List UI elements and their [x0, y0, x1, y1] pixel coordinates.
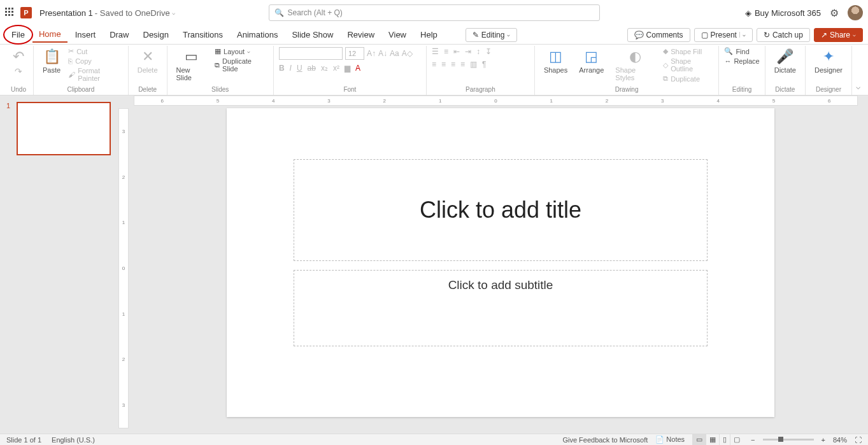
- subscript-icon[interactable]: x₂: [321, 64, 328, 73]
- chevron-down-icon: ⌵: [247, 48, 250, 54]
- group-designer: ✦Designer Designer: [806, 46, 852, 95]
- numbering-icon[interactable]: ≡: [444, 47, 448, 56]
- language[interactable]: English (U.S.): [52, 436, 95, 444]
- replace-button[interactable]: ↔Replace: [724, 57, 759, 65]
- arrange-button[interactable]: ◲Arrange: [575, 47, 608, 75]
- superscript-icon[interactable]: x²: [333, 64, 339, 73]
- bullets-icon[interactable]: ☰: [432, 47, 439, 56]
- tab-home[interactable]: Home: [32, 27, 68, 43]
- notes-icon: 📄: [655, 435, 664, 443]
- font-color-icon[interactable]: A: [355, 64, 360, 73]
- align-right-icon[interactable]: ≡: [451, 60, 455, 69]
- shape-fill-button[interactable]: ◆Shape Fill: [663, 47, 713, 55]
- search-input[interactable]: 🔍 Search (Alt + Q): [269, 4, 600, 21]
- indent-dec-icon[interactable]: ⇤: [453, 47, 460, 56]
- duplicate-slide-button[interactable]: ⧉Duplicate Slide: [215, 57, 268, 73]
- font-family-input[interactable]: [279, 47, 343, 60]
- tab-animations[interactable]: Animations: [231, 27, 284, 42]
- zoom-level[interactable]: 84%: [833, 436, 847, 444]
- tab-design[interactable]: Design: [137, 27, 175, 42]
- slide-canvas[interactable]: Click to add title Click to add subtitle: [227, 108, 774, 417]
- buy-microsoft-button[interactable]: ◈ Buy Microsoft 365: [745, 8, 821, 18]
- duplicate-icon: ⧉: [215, 61, 220, 69]
- change-case-icon[interactable]: Aa: [390, 49, 399, 58]
- catchup-button[interactable]: ↻Catch up: [757, 28, 810, 42]
- rtl-icon[interactable]: ¶: [482, 60, 486, 69]
- decrease-font-icon[interactable]: A↓: [378, 49, 387, 58]
- copy-button[interactable]: ⎘Copy: [68, 57, 123, 65]
- share-button[interactable]: ↗Share⌵: [814, 28, 863, 42]
- paste-icon: 📋: [43, 48, 60, 65]
- collapse-ribbon-icon[interactable]: ⌵: [856, 82, 860, 91]
- slide-thumbnail[interactable]: [17, 102, 111, 155]
- italic-icon[interactable]: I: [290, 64, 292, 73]
- present-button[interactable]: ▢Present⌵: [694, 28, 753, 42]
- line-spacing-icon[interactable]: ↕: [476, 47, 480, 56]
- dictate-button[interactable]: 🎤Dictate: [771, 47, 800, 75]
- indent-inc-icon[interactable]: ⇥: [465, 47, 471, 56]
- fit-icon[interactable]: ⛶: [855, 436, 862, 444]
- shape-outline-button[interactable]: ◇Shape Outline: [663, 57, 713, 73]
- view-buttons: ▭ ▦ ▯ ▢: [692, 434, 743, 445]
- titlebar-right: ◈ Buy Microsoft 365 ⚙: [745, 5, 863, 20]
- zoom-in-icon[interactable]: +: [822, 436, 825, 444]
- pen-icon: ✎: [473, 31, 479, 39]
- slide-number: 1: [6, 102, 10, 155]
- apps-icon[interactable]: [5, 8, 15, 18]
- format-painter-button[interactable]: 🖌Format Painter: [68, 67, 123, 82]
- sorter-view-icon[interactable]: ▦: [706, 434, 719, 445]
- tab-draw[interactable]: Draw: [103, 27, 135, 42]
- settings-icon[interactable]: ⚙: [830, 7, 839, 19]
- tab-view[interactable]: View: [382, 27, 413, 42]
- tab-insert[interactable]: Insert: [69, 27, 103, 42]
- undo-button[interactable]: ↶↷: [9, 47, 28, 78]
- zoom-out-icon[interactable]: −: [751, 436, 755, 444]
- document-title[interactable]: Presentation 1 - Saved to OneDrive ⌵: [39, 8, 175, 18]
- feedback-link[interactable]: Give Feedback to Microsoft: [562, 436, 648, 444]
- shapes-button[interactable]: ◫Shapes: [540, 47, 571, 75]
- align-center-icon[interactable]: ≡: [441, 60, 446, 69]
- notes-button[interactable]: 📄 Notes: [655, 435, 685, 444]
- font-size-input[interactable]: [345, 47, 364, 60]
- find-button[interactable]: 🔍Find: [724, 47, 759, 55]
- tab-help[interactable]: Help: [414, 27, 444, 42]
- strike-icon[interactable]: ab: [308, 64, 316, 73]
- tab-transitions[interactable]: Transitions: [176, 27, 229, 42]
- reading-view-icon[interactable]: ▯: [719, 434, 730, 445]
- new-slide-button[interactable]: ▭New Slide: [173, 47, 211, 83]
- layout-button[interactable]: ▦Layout⌵: [215, 47, 268, 55]
- slide-info[interactable]: Slide 1 of 1: [6, 436, 41, 444]
- duplicate-shape-button[interactable]: ⧉Duplicate: [663, 74, 713, 83]
- text-direction-icon[interactable]: ↧: [485, 47, 492, 56]
- status-bar: Slide 1 of 1 English (U.S.) Give Feedbac…: [0, 434, 868, 445]
- align-left-icon[interactable]: ≡: [432, 60, 436, 69]
- comments-button[interactable]: 💬Comments: [627, 28, 690, 42]
- bold-icon[interactable]: B: [279, 64, 285, 73]
- chevron-down-icon[interactable]: ⌵: [739, 32, 746, 38]
- delete-button[interactable]: ✕Delete: [134, 47, 162, 75]
- group-undo: ↶↷ Undo: [4, 46, 34, 95]
- tab-slideshow[interactable]: Slide Show: [285, 27, 339, 42]
- group-slides: ▭New Slide ▦Layout⌵ ⧉Duplicate Slide Sli…: [167, 46, 274, 95]
- editing-mode-button[interactable]: ✎ Editing ⌵: [466, 28, 518, 42]
- title-placeholder[interactable]: Click to add title: [294, 159, 708, 261]
- tab-review[interactable]: Review: [341, 27, 381, 42]
- subtitle-placeholder[interactable]: Click to add subtitle: [294, 270, 708, 346]
- zoom-slider[interactable]: [763, 439, 814, 441]
- paste-button[interactable]: 📋Paste: [39, 47, 64, 75]
- clear-format-icon[interactable]: A◇: [402, 49, 413, 58]
- cut-button[interactable]: ✂Cut: [68, 47, 123, 55]
- tab-file[interactable]: File: [5, 27, 31, 42]
- avatar[interactable]: [848, 5, 863, 20]
- slideshow-view-icon[interactable]: ▢: [730, 434, 743, 445]
- highlight-icon[interactable]: ▆: [345, 64, 350, 73]
- normal-view-icon[interactable]: ▭: [692, 434, 706, 445]
- justify-icon[interactable]: ≡: [460, 60, 465, 69]
- columns-icon[interactable]: ▥: [470, 60, 477, 69]
- designer-button[interactable]: ✦Designer: [811, 47, 846, 75]
- mic-icon: 🎤: [776, 48, 793, 65]
- increase-font-icon[interactable]: A↑: [367, 49, 376, 58]
- shape-styles-button[interactable]: ◐Shape Styles: [611, 47, 659, 83]
- ribbon: ↶↷ Undo 📋Paste ✂Cut ⎘Copy 🖌Format Painte…: [0, 45, 868, 95]
- underline-icon[interactable]: U: [297, 64, 302, 73]
